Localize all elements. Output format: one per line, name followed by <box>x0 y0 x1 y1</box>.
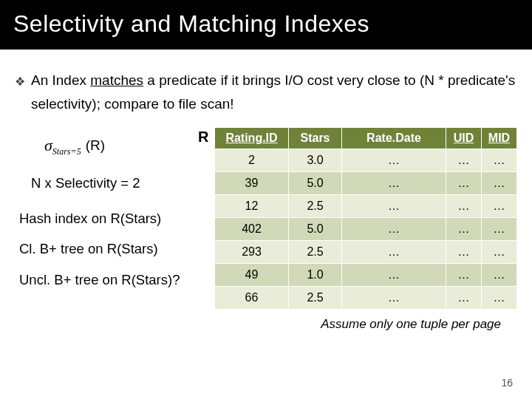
table-row: 122.5……… <box>215 194 517 217</box>
cell-stars: 5.0 <box>289 217 342 240</box>
col-stars: Stars <box>289 127 342 149</box>
table-row: 395.0……… <box>215 171 517 194</box>
cell-stars: 2.5 <box>289 194 342 217</box>
cell-mid: … <box>482 194 517 217</box>
cell-date: … <box>342 263 446 286</box>
cell-stars: 5.0 <box>289 171 342 194</box>
cell-uid: … <box>446 240 482 263</box>
cell-rid: 2 <box>215 149 289 171</box>
slide: Selectivity and Matching Indexes ❖ An In… <box>0 0 532 399</box>
cell-uid: … <box>446 263 482 286</box>
cell-uid: … <box>446 149 482 171</box>
cell-uid: … <box>446 217 482 240</box>
formula: σStars=5 (R) <box>44 133 214 158</box>
table-head: Rating.ID Stars Rate.Date UID MID <box>215 127 517 149</box>
col-rating-id-label: Rating.ID <box>225 132 277 144</box>
cell-mid: … <box>482 263 517 286</box>
sigma-char: σ <box>44 136 52 154</box>
col-mid-label: MID <box>488 132 510 144</box>
col-rate-date: Rate.Date <box>342 127 446 149</box>
index-line-clbtree: Cl. B+ tree on R(Stars) <box>19 239 214 259</box>
index-line-hash: Hash index on R(Stars) <box>19 208 214 229</box>
cell-rid: 12 <box>215 194 289 217</box>
cell-mid: … <box>482 171 517 194</box>
cell-mid: … <box>482 149 517 171</box>
selectivity-line: N x Selectivity = 2 <box>31 173 214 194</box>
col-uid-label: UID <box>454 132 474 144</box>
right-column: R Rating.ID Stars Rate.Date UID MID 23.0… <box>214 127 517 332</box>
cell-stars: 1.0 <box>289 263 342 286</box>
cell-uid: … <box>446 286 482 309</box>
cell-date: … <box>342 194 446 217</box>
cell-uid: … <box>446 171 482 194</box>
page-number: 16 <box>501 377 513 389</box>
cell-mid: … <box>482 286 517 309</box>
table-row: 662.5……… <box>215 286 517 309</box>
sigma-symbol: σStars=5 <box>44 133 81 158</box>
cell-mid: … <box>482 240 517 263</box>
cell-date: … <box>342 217 446 240</box>
table-row: 491.0……… <box>215 263 517 286</box>
diamond-icon: ❖ <box>15 69 25 92</box>
bullet-underlined: matches <box>90 72 143 88</box>
cell-stars: 3.0 <box>289 149 342 171</box>
table-body: 23.0………395.0………122.5………4025.0………2932.5……… <box>215 149 517 309</box>
formula-arg: (R) <box>86 135 105 157</box>
bullet-item: ❖ An Index matches a predicate if it bri… <box>15 69 517 117</box>
cell-rid: 402 <box>215 217 289 240</box>
footnote: Assume only one tuple per page <box>214 317 501 332</box>
slide-body: ❖ An Index matches a predicate if it bri… <box>0 50 532 332</box>
cell-stars: 2.5 <box>289 286 342 309</box>
data-table: Rating.ID Stars Rate.Date UID MID 23.0……… <box>214 127 517 310</box>
content-row: σStars=5 (R) N x Selectivity = 2 Hash in… <box>15 127 517 332</box>
col-uid: UID <box>446 127 482 149</box>
cell-uid: … <box>446 194 482 217</box>
cell-date: … <box>342 171 446 194</box>
title-bar: Selectivity and Matching Indexes <box>0 0 532 50</box>
table-row: 4025.0……… <box>215 217 517 240</box>
col-mid: MID <box>482 127 517 149</box>
cell-rid: 39 <box>215 171 289 194</box>
table-wrap: R Rating.ID Stars Rate.Date UID MID 23.0… <box>214 127 517 310</box>
cell-date: … <box>342 286 446 309</box>
bullet-text: An Index matches a predicate if it bring… <box>31 69 517 117</box>
slide-title: Selectivity and Matching Indexes <box>13 10 519 38</box>
cell-date: … <box>342 149 446 171</box>
cell-rid: 49 <box>215 263 289 286</box>
sigma-subscript: Stars=5 <box>52 146 81 157</box>
cell-rid: 66 <box>215 286 289 309</box>
col-rating-id: Rating.ID <box>215 127 289 149</box>
table-header-row: Rating.ID Stars Rate.Date UID MID <box>215 127 517 149</box>
table-row: 23.0……… <box>215 149 517 171</box>
cell-date: … <box>342 240 446 263</box>
left-column: σStars=5 (R) N x Selectivity = 2 Hash in… <box>15 127 214 332</box>
table-label: R <box>198 129 208 146</box>
index-line-unclbtree: Uncl. B+ tree on R(Stars)? <box>19 270 214 290</box>
cell-stars: 2.5 <box>289 240 342 263</box>
table-row: 2932.5……… <box>215 240 517 263</box>
cell-rid: 293 <box>215 240 289 263</box>
bullet-pre: An Index <box>31 72 90 88</box>
cell-mid: … <box>482 217 517 240</box>
